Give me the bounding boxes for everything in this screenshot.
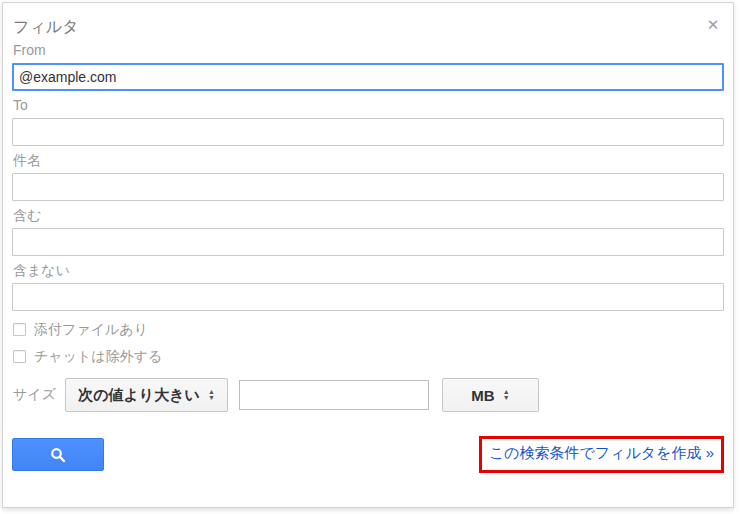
filter-dialog: ✕ フィルタ From To 件名 含む 含まない 添付ファイルあり チャットは… [2,2,734,508]
not-words-field-group: 含まない [12,261,724,311]
size-value-input[interactable] [239,380,429,410]
search-button[interactable] [12,438,104,471]
to-field-group: To [12,96,724,146]
create-filter-annotation-box: この検索条件でフィルタを作成 » [479,436,724,473]
create-filter-link[interactable]: この検索条件でフィルタを作成 » [489,444,714,461]
has-words-field-group: 含む [12,206,724,256]
size-label: サイズ [13,386,56,404]
size-row: サイズ 次の値より大きい ▲▼ MB ▲▼ [13,378,724,412]
subject-input[interactable] [12,173,724,201]
not-words-label: 含まない [13,261,724,280]
select-arrows-icon: ▲▼ [208,389,215,401]
exclude-chats-label: チャットは除外する [34,347,162,365]
from-field-group: From [12,41,724,91]
has-attachment-label: 添付ファイルあり [34,320,148,338]
from-label: From [13,41,724,60]
size-unit-select[interactable]: MB ▲▼ [442,378,539,412]
from-input[interactable] [12,63,724,91]
dialog-title: フィルタ [13,17,724,37]
size-comparator-value: 次の値より大きい [78,386,200,405]
size-unit-value: MB [471,387,494,404]
to-input[interactable] [12,118,724,146]
size-comparator-select[interactable]: 次の値より大きい ▲▼ [65,378,228,412]
has-attachment-checkbox[interactable] [13,323,26,336]
subject-field-group: 件名 [12,151,724,201]
subject-label: 件名 [13,151,724,170]
has-words-input[interactable] [12,228,724,256]
exclude-chats-checkbox[interactable] [13,350,26,363]
exclude-chats-row[interactable]: チャットは除外する [13,347,724,365]
close-icon[interactable]: ✕ [705,17,721,33]
to-label: To [13,96,724,115]
not-words-input[interactable] [12,283,724,311]
select-arrows-icon: ▲▼ [503,389,510,401]
magnifier-icon [50,447,66,463]
has-attachment-row[interactable]: 添付ファイルあり [13,320,724,338]
dialog-footer: この検索条件でフィルタを作成 » [12,436,724,473]
has-words-label: 含む [13,206,724,225]
